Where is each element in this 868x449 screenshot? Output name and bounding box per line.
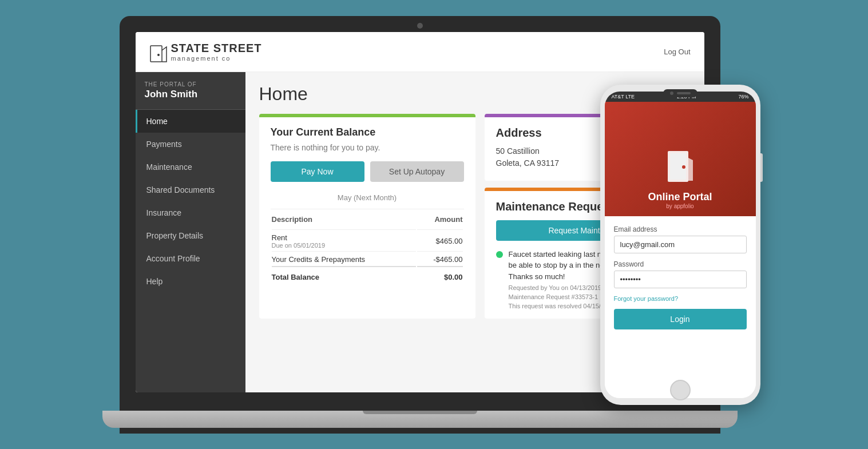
svg-point-1	[157, 54, 160, 56]
balance-table: Description Amount Rent	[271, 209, 464, 284]
phone-email-label: Email address	[614, 225, 747, 233]
phone-hero: Online Portal by appfolio	[605, 102, 756, 216]
phone-carrier: AT&T LTE	[612, 94, 635, 100]
app-header: STATE STREET management co Log Out	[136, 32, 704, 72]
phone-hero-sub: by appfolio	[666, 203, 693, 209]
table-row: Your Credits & Prepayments -$465.00	[272, 251, 463, 265]
phone-overlay: AT&T LTE 2:28 PM 76% Online Portal by	[600, 85, 760, 405]
logout-button[interactable]: Log Out	[664, 47, 690, 56]
logo-icon	[149, 40, 168, 63]
phone-body: AT&T LTE 2:28 PM 76% Online Portal by	[600, 85, 760, 405]
sidebar-item-help[interactable]: Help	[136, 270, 245, 293]
total-label: Total Balance	[272, 266, 417, 283]
sidebar-item-payments[interactable]: Payments	[136, 133, 245, 156]
month-label: May (Next Month)	[271, 193, 464, 202]
phone-email-input[interactable]	[614, 236, 747, 253]
phone-screen: AT&T LTE 2:28 PM 76% Online Portal by	[605, 92, 756, 398]
logo-brand-line2: management co	[171, 55, 262, 62]
sidebar-item-insurance[interactable]: Insurance	[136, 201, 245, 224]
phone-login-form: Email address Password Forgot your passw…	[605, 216, 756, 398]
sidebar-item-home[interactable]: Home	[136, 110, 245, 133]
phone-login-button[interactable]: Login	[614, 309, 747, 329]
pay-now-button[interactable]: Pay Now	[271, 161, 364, 182]
phone-speaker	[677, 92, 691, 94]
row-label: Your Credits & Prepayments	[272, 251, 417, 265]
balance-card: Your Current Balance There is nothing fo…	[259, 114, 475, 319]
maintenance-status-dot	[496, 251, 503, 258]
phone-side-button	[760, 153, 763, 182]
total-amount: $0.00	[417, 266, 462, 283]
table-row: Rent Due on 05/01/2019 $465.00	[272, 229, 463, 250]
row-label: Rent Due on 05/01/2019	[272, 229, 417, 250]
sidebar-item-account-profile[interactable]: Account Profile	[136, 247, 245, 270]
sidebar-user-section: THE PORTAL OF John Smith	[136, 72, 245, 110]
phone-password-label: Password	[614, 260, 747, 268]
phone-forgot-password[interactable]: Forgot your password?	[614, 295, 747, 302]
svg-point-4	[682, 165, 685, 169]
laptop-base	[102, 411, 738, 428]
laptop-notch	[363, 411, 477, 414]
balance-btn-row: Pay Now Set Up Autopay	[271, 161, 464, 182]
balance-note: There is nothing for you to pay.	[271, 143, 464, 152]
total-row: Total Balance $0.00	[272, 266, 463, 283]
sidebar-user-name: John Smith	[145, 89, 236, 100]
logo-area: STATE STREET management co	[149, 40, 262, 63]
sidebar-item-property-details[interactable]: Property Details	[136, 224, 245, 247]
sidebar-item-shared-documents[interactable]: Shared Documents	[136, 178, 245, 201]
phone-camera-dot	[670, 92, 673, 95]
sidebar-item-maintenance[interactable]: Maintenance	[136, 156, 245, 178]
phone-door-icon	[663, 146, 697, 186]
laptop-camera	[417, 23, 423, 29]
phone-battery: 76%	[738, 94, 748, 100]
sidebar: THE PORTAL OF John Smith Home Payments M…	[136, 72, 245, 392]
sidebar-nav: Home Payments Maintenance Shared Documen…	[136, 110, 245, 293]
phone-camera	[663, 89, 697, 97]
logo-brand-line1: STATE STREET	[171, 42, 262, 55]
col-header-description: Description	[272, 210, 417, 228]
sidebar-portal-label: THE PORTAL OF	[145, 81, 236, 88]
balance-card-body: Your Current Balance There is nothing fo…	[259, 117, 475, 293]
autopay-button[interactable]: Set Up Autopay	[370, 161, 464, 182]
phone-hero-title: Online Portal	[648, 191, 712, 203]
col-header-amount: Amount	[417, 210, 462, 228]
balance-card-title: Your Current Balance	[271, 126, 464, 138]
svg-rect-0	[150, 46, 162, 62]
phone-home-button[interactable]	[670, 380, 691, 400]
row-amount: $465.00	[417, 229, 462, 250]
phone-password-input[interactable]	[614, 271, 747, 288]
row-amount: -$465.00	[417, 251, 462, 265]
